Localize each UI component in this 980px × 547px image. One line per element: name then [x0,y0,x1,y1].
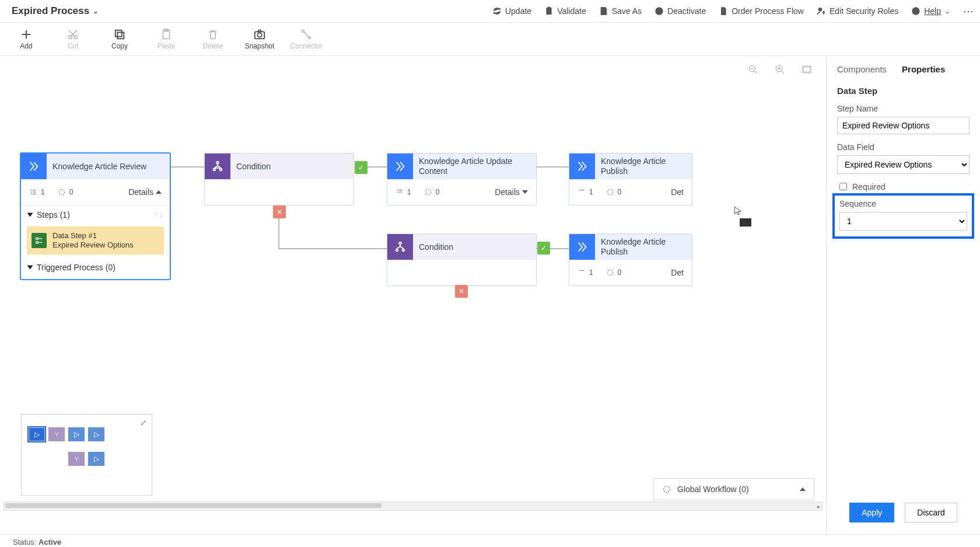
order-flow-label: Order Process Flow [732,6,804,16]
steps-header: Steps (1) [37,210,70,220]
stage-icon [569,234,595,260]
add-button[interactable]: Add [12,28,41,50]
cut-button: Cut [58,28,88,50]
stage-condition-2[interactable]: Condition [387,234,537,286]
minimap-expand-icon[interactable]: ⤢ [140,418,147,427]
required-checkbox[interactable] [839,183,847,190]
order-flow-button[interactable]: Order Process Flow [719,6,804,16]
step-item-sub: Expired Review Options [52,241,134,250]
details-toggle[interactable]: Details [128,187,162,197]
minimap-node: ▷ [88,427,104,441]
data-field-label: Data Field [837,142,970,152]
stage-knowledge-article-review[interactable]: Knowledge Article Review 1 0 [20,153,170,280]
tab-components[interactable]: Components [837,64,887,74]
minimap-node: ⑂ [48,427,65,441]
copy-label: Copy [111,42,128,50]
copy-icon [113,28,126,41]
fields-count: 1 [29,188,45,196]
edit-security-label: Edit Security Roles [830,6,898,16]
scroll-right-icon[interactable]: ▸ [814,502,822,510]
status-bar: Status: Active [0,534,980,547]
svg-rect-1 [548,7,550,9]
save-as-label: Save As [612,6,642,16]
move-down-icon[interactable]: ↓ [159,211,163,219]
svg-point-56 [214,169,216,171]
cursor-tooltip [740,218,751,227]
snapshot-label: Snapshot [245,42,275,50]
svg-point-22 [302,30,304,33]
svg-point-6 [818,8,821,11]
edit-security-button[interactable]: Edit Security Roles [817,6,898,16]
zoom-out-icon[interactable] [748,64,758,75]
stage-condition-1[interactable]: Condition [204,153,354,205]
discard-button[interactable]: Discard [905,503,957,522]
triggered-process-row[interactable]: Triggered Process (0) [21,257,170,279]
save-as-button[interactable]: Save As [599,6,642,16]
copy-button[interactable]: Copy [105,28,134,50]
more-menu[interactable]: ⋯ [963,5,974,18]
data-step-item[interactable]: Data Step #1 Expired Review Options [27,227,164,255]
data-field-select[interactable]: Expired Review Options [837,155,970,174]
svg-point-70 [396,249,398,252]
svg-point-65 [607,189,612,194]
save-icon [599,6,608,16]
required-label: Required [852,182,886,191]
step-name-label: Step Name [837,104,970,113]
process-title[interactable]: Expired Process ⌄ [12,5,99,17]
svg-point-7 [823,12,825,13]
sequence-select[interactable]: 1 [839,212,967,231]
stage-publish-1[interactable]: Knowledge Article Publish 1 0 Det [569,153,692,205]
help-label: Help [924,6,941,16]
circle-dashed-icon [606,269,614,277]
stage-icon [387,154,413,179]
details-toggle[interactable]: Det [671,187,684,197]
minimap-node: ▷ [68,427,85,441]
svg-point-21 [257,33,261,37]
zoom-in-icon[interactable] [775,64,785,75]
tab-properties[interactable]: Properties [902,64,945,74]
minimap[interactable]: ⤢ ▷ ⑂ ▷ ▷ ⑂ ▷ [21,414,152,496]
details-toggle[interactable]: Details [495,187,528,197]
required-checkbox-row[interactable]: Required [837,181,970,192]
list-icon [29,188,37,196]
global-workflow-bar[interactable]: Global Workflow (0) [653,478,814,500]
refresh-icon [492,6,502,16]
properties-panel: Components Properties Data Step Step Nam… [826,56,980,534]
branch-yes-icon: ✓ [537,242,550,255]
help-button[interactable]: Help ⌄ [911,6,950,16]
svg-line-25 [754,71,757,74]
update-button[interactable]: Update [492,6,531,16]
svg-point-75 [664,486,670,493]
deactivate-icon [654,6,664,16]
deactivate-button[interactable]: Deactivate [654,6,706,16]
step-name-input[interactable] [837,117,970,134]
validate-button[interactable]: Validate [544,6,586,16]
svg-rect-3 [602,12,605,14]
move-up-icon[interactable]: ↑ [153,211,157,219]
scroll-thumb[interactable] [5,503,382,508]
apply-button[interactable]: Apply [849,503,894,522]
stage-icon [569,154,595,179]
details-toggle[interactable]: Det [671,268,684,277]
svg-line-28 [781,71,784,74]
triggered-process-label: Triggered Process (0) [37,263,116,272]
snapshot-button[interactable]: Snapshot [245,28,274,50]
paste-icon [160,28,173,41]
stage-update-content[interactable]: Knowledge Article Update Content 1 0 Det… [387,153,537,205]
paste-label: Paste [158,42,176,50]
chevron-down-icon: ⌄ [93,7,99,15]
clipboard-icon [544,6,554,16]
minimap-node: ▷ [88,452,104,466]
fit-screen-icon[interactable] [802,64,812,75]
delete-label: Delete [203,42,223,50]
designer-canvas[interactable]: Knowledge Article Review 1 0 [0,56,826,534]
horizontal-scrollbar[interactable]: ◂ ▸ [4,501,822,511]
circle-dashed-icon [606,188,614,196]
chevron-down-icon [522,190,528,194]
condition-icon [387,234,413,260]
svg-point-66 [399,242,401,245]
document-icon [719,6,728,16]
data-step-icon [32,233,47,248]
canvas-zoom-tools [748,64,812,75]
stage-publish-2[interactable]: Knowledge Article Publish 1 0 Det [569,234,692,286]
